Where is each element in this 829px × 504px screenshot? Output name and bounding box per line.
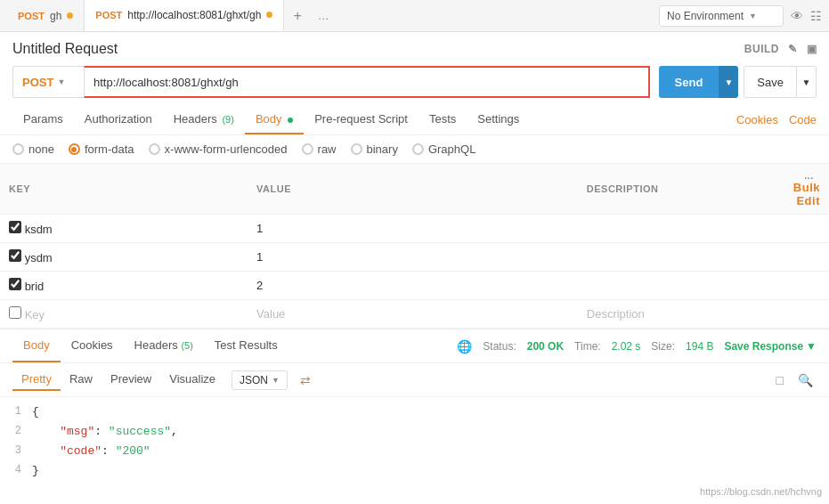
row-3-actions [784,272,829,300]
req-tabs-right: Cookies Code [736,113,817,126]
col-value-header: VALUE [248,164,578,215]
tab-authorization[interactable]: Authorization [74,105,163,134]
tab-label-1: gh [50,10,61,22]
radio-binary[interactable]: binary [351,142,398,156]
tab-post-localhost[interactable]: POST http://localhost:8081/ghxt/gh [85,0,284,31]
resp-tab-headers[interactable]: Headers (5) [124,329,204,362]
response-tabs: Body Cookies Headers (5) Test Results 🌐 … [0,329,829,363]
radio-raw[interactable]: raw [302,142,337,156]
url-input[interactable] [84,66,650,98]
tab-post-gh[interactable]: POST gh [7,0,85,31]
body-type-row: none form-data x-www-form-urlencoded raw… [0,135,829,164]
tab-method-1: POST [18,11,45,21]
save-response-button[interactable]: Save Response ▼ [724,340,817,353]
row-2-actions [784,243,829,272]
radio-urlencoded[interactable]: x-www-form-urlencoded [149,142,288,156]
tab-tests[interactable]: Tests [419,105,467,134]
send-button[interactable]: Send [659,66,719,98]
fmt-tab-preview[interactable]: Preview [102,369,160,391]
fmt-tab-pretty[interactable]: Pretty [12,369,61,391]
tab-dot-2 [266,12,272,18]
radio-none-circle [12,143,24,155]
tab-bar: POST gh POST http://localhost:8081/ghxt/… [0,0,829,32]
radio-form-data[interactable]: form-data [69,142,134,156]
radio-none[interactable]: none [12,142,54,156]
tab-bar-right: No Environment ▼ 👁 ☷ [659,5,822,27]
search-icon-button[interactable]: 🔍 [794,370,817,391]
watermark: https://blog.csdn.net/hchvng [700,486,822,497]
code-line-1: 1 { [0,402,829,422]
settings-icon[interactable]: ☷ [810,9,822,23]
resp-tab-body[interactable]: Body [12,329,61,362]
row-3-checkbox[interactable] [9,278,21,290]
add-tab-button[interactable]: + [284,8,310,24]
eye-icon[interactable]: 👁 [791,9,803,23]
status-value: 200 OK [527,340,564,353]
radio-urlencoded-circle [149,143,160,155]
tab-params[interactable]: Params [12,105,74,134]
col-desc-header: DESCRIPTION [578,164,784,215]
placeholder-checkbox[interactable] [9,306,21,319]
request-title: Untitled Request [12,41,118,57]
row-2-value: 1 [248,243,578,272]
col-actions-header: ... Bulk Edit [784,164,829,215]
method-select[interactable]: POST ▼ [12,66,84,98]
tab-body[interactable]: Body [245,105,304,134]
environment-select[interactable]: No Environment ▼ [659,5,784,27]
tab-dot-1 [67,12,73,19]
radio-graphql[interactable]: GraphQL [412,142,475,156]
response-format-bar: Pretty Raw Preview Visualize JSON ▼ ⇄ □ … [0,363,829,397]
tab-pre-request[interactable]: Pre-request Script [304,105,419,134]
row-1-desc [578,215,784,243]
body-dot [288,118,293,123]
build-label: BUILD [744,43,779,55]
form-data-table: KEY VALUE DESCRIPTION ... Bulk Edit [0,164,829,329]
tab-settings[interactable]: Settings [467,105,530,134]
save-response-chevron-icon: ▼ [806,340,817,353]
send-dropdown-button[interactable]: ▼ [719,66,738,98]
row-3-desc [578,272,784,300]
size-label: Size: [651,340,675,353]
tab-method-2: POST [95,10,122,20]
globe-icon: 🌐 [457,339,472,354]
response-code-area: 1 { 2 "msg": "success", 3 "code": "200" … [0,397,829,486]
row-1-checkbox[interactable] [9,221,21,233]
more-tabs-button[interactable]: … [311,9,337,22]
fmt-tab-raw[interactable]: Raw [61,369,102,391]
radio-form-data-circle [69,143,80,155]
send-chevron-icon: ▼ [724,77,733,87]
resp-tab-cookies[interactable]: Cookies [61,329,124,362]
bulk-edit-button[interactable]: Bulk Edit [793,181,820,207]
url-bar: POST ▼ Send ▼ Save ▼ [0,62,829,105]
save-button[interactable]: Save [744,66,797,98]
format-select[interactable]: JSON ▼ [232,370,288,390]
tab-headers[interactable]: Headers (9) [163,105,245,134]
row-2-checkbox[interactable] [9,249,21,262]
radio-binary-circle [351,143,362,155]
table-row: ksdm 1 [0,215,829,243]
table-row: ysdm 1 [0,243,829,272]
row-1-value: 1 [248,215,578,243]
resp-tab-test-results[interactable]: Test Results [204,329,289,362]
headers-badge: (9) [222,114,233,125]
form-data-table-container: KEY VALUE DESCRIPTION ... Bulk Edit [0,164,829,329]
code-link[interactable]: Code [789,113,817,126]
resp-stats: 🌐 Status: 200 OK Time: 2.02 s Size: 194 … [457,339,817,354]
radio-graphql-circle [412,143,424,155]
row-3-value: 2 [248,272,578,300]
row-1-actions [784,215,829,243]
col-key-header: KEY [0,164,248,215]
copy-button[interactable]: □ [773,370,787,391]
wrap-button[interactable]: ⇄ [293,370,318,391]
resp-format-right: □ 🔍 [773,370,817,391]
code-line-4: 4 } [0,461,829,481]
fmt-tab-visualize[interactable]: Visualize [160,369,224,391]
environment-label: No Environment [667,10,744,22]
request-tabs: Params Authorization Headers (9) Body Pr… [0,105,829,135]
save-dropdown-button[interactable]: ▼ [797,66,817,98]
format-chevron-icon: ▼ [272,376,280,385]
placeholder-value: Value [248,300,578,329]
cookies-link[interactable]: Cookies [736,113,778,126]
layout-icon[interactable]: ▣ [807,43,817,55]
edit-icon[interactable]: ✎ [788,43,798,55]
